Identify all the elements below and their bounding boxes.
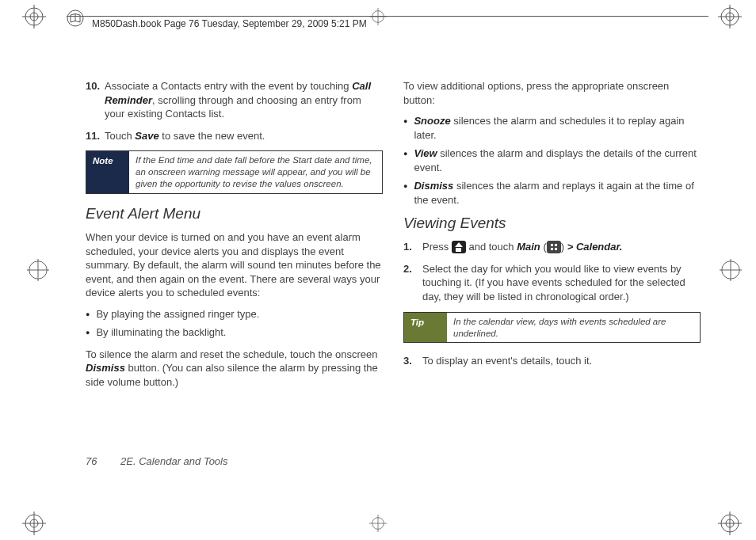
step-number: 10. <box>86 79 105 121</box>
paragraph: To silence the alarm and reset the sched… <box>86 348 383 390</box>
step-2: 2. Select the day for which you would li… <box>403 262 701 304</box>
book-icon <box>67 10 84 27</box>
step-text: Press and touch Main () > Calendar. <box>422 240 701 254</box>
step-number: 11. <box>86 129 105 143</box>
left-column: 10. Associate a Contacts entry with the … <box>86 79 383 492</box>
step-number: 1. <box>403 240 422 254</box>
note-label: Note <box>86 151 129 193</box>
bullet-item: Dismiss silences the alarm and replays i… <box>403 179 701 207</box>
tip-box: Tip In the calendar view, days with even… <box>403 312 701 344</box>
bullet-item: View silences the alarm and displays the… <box>403 146 701 174</box>
crop-mark-icon <box>718 5 742 29</box>
crop-mark-icon <box>369 515 387 532</box>
section-heading-event-alert: Event Alert Menu <box>86 205 383 222</box>
paragraph: To view additional options, press the ap… <box>403 79 701 107</box>
crop-mark-icon <box>22 5 46 29</box>
crop-mark-icon <box>369 8 387 25</box>
home-icon <box>452 241 466 253</box>
page-footer: 76 2E. Calendar and Tools <box>86 455 227 467</box>
step-text: Select the day for which you would like … <box>422 262 701 304</box>
step-text: Associate a Contacts entry with the even… <box>105 79 383 121</box>
footer-section: 2E. Calendar and Tools <box>120 455 227 467</box>
crop-mark-icon <box>27 259 49 281</box>
crop-mark-icon <box>720 259 742 281</box>
bullet-item: By illuminating the backlight. <box>86 325 383 340</box>
bullet-item: Snooze silences the alarm and schedules … <box>403 114 701 142</box>
note-body: If the End time and date fall before the… <box>129 151 382 193</box>
step-number: 2. <box>403 262 422 304</box>
page-content: 10. Associate a Contacts entry with the … <box>86 79 701 492</box>
step-3: 3. To display an event's details, touch … <box>403 354 701 368</box>
step-10: 10. Associate a Contacts entry with the … <box>86 79 383 121</box>
step-text: To display an event's details, touch it. <box>422 354 701 368</box>
section-heading-viewing-events: Viewing Events <box>403 215 701 232</box>
step-11: 11. Touch Save to save the new event. <box>86 129 383 143</box>
header-divider <box>67 16 708 17</box>
step-text: Touch Save to save the new event. <box>105 129 383 143</box>
tip-label: Tip <box>404 313 447 343</box>
grid-icon <box>547 241 561 253</box>
paragraph: When your device is turned on and you ha… <box>86 230 383 300</box>
note-box: Note If the End time and date fall befor… <box>86 150 383 194</box>
step-1: 1. Press and touch Main () > Calendar. <box>403 240 701 254</box>
tip-body: In the calendar view, days with events s… <box>447 313 700 343</box>
step-number: 3. <box>403 354 422 368</box>
bullet-item: By playing the assigned ringer type. <box>86 307 383 321</box>
page-number: 76 <box>86 455 97 467</box>
crop-mark-icon <box>718 511 742 535</box>
header-runline: M850Dash.book Page 76 Tuesday, September… <box>92 18 367 29</box>
crop-mark-icon <box>22 511 46 535</box>
right-column: To view additional options, press the ap… <box>403 79 701 492</box>
